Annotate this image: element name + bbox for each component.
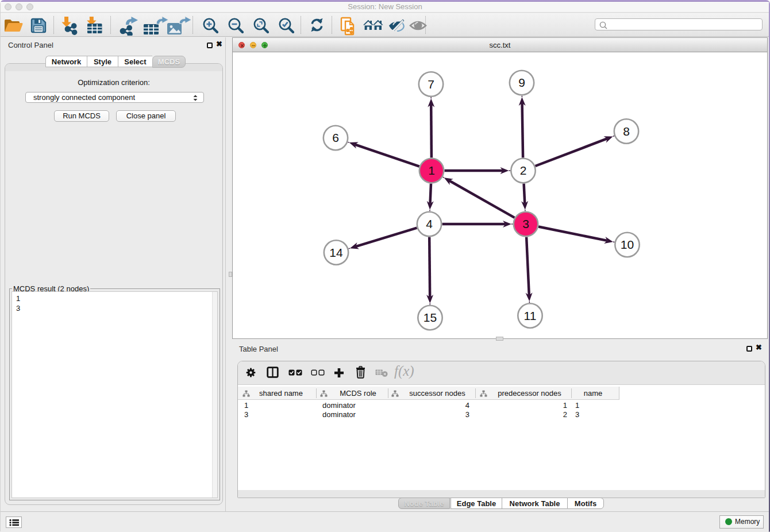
svg-text:14: 14 <box>329 246 343 259</box>
svg-text:15: 15 <box>424 311 437 324</box>
svg-text:2: 2 <box>520 164 527 177</box>
svg-text:8: 8 <box>623 125 630 138</box>
svg-text:1: 1 <box>428 164 435 177</box>
svg-text:9: 9 <box>518 76 525 89</box>
svg-text:11: 11 <box>524 309 537 322</box>
svg-text:4: 4 <box>426 217 433 230</box>
svg-text:6: 6 <box>332 131 339 144</box>
svg-text:3: 3 <box>522 217 529 230</box>
svg-text:10: 10 <box>621 238 634 251</box>
svg-text:7: 7 <box>428 78 434 91</box>
